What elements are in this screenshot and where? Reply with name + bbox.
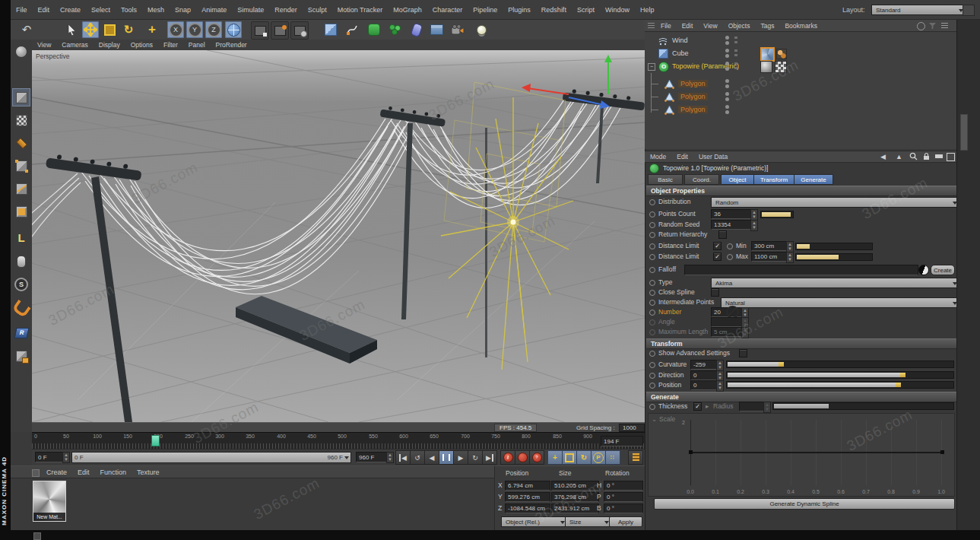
render-view-button[interactable] — [251, 21, 269, 40]
am-layout-icon[interactable] — [947, 153, 955, 161]
param-ring[interactable] — [649, 290, 655, 296]
position-slider[interactable] — [726, 381, 954, 389]
rotate-tool-button[interactable]: ↻ — [120, 21, 137, 38]
om-menu-objects[interactable]: Objects — [723, 22, 756, 30]
coord-z-size-field[interactable]: 2431.912 cm — [551, 503, 599, 513]
param-ring[interactable] — [727, 254, 733, 260]
polygons-mode-button[interactable] — [12, 202, 30, 221]
material-menu-texture[interactable]: Texture — [132, 469, 165, 476]
menu-mograph[interactable]: MoGraph — [388, 6, 427, 14]
coord-y-position-field[interactable]: 599.276 cm — [505, 492, 550, 502]
previous-frame-button[interactable]: ◀ — [424, 450, 439, 465]
visibility-dot-editor[interactable] — [725, 62, 729, 65]
scale-tool-button[interactable] — [101, 21, 118, 38]
param-ring[interactable] — [649, 280, 655, 286]
points-count-slider[interactable] — [760, 211, 794, 218]
timeline-options-button[interactable] — [628, 450, 643, 465]
visibility-dot-render[interactable] — [725, 84, 729, 88]
apply-button[interactable]: Apply — [609, 516, 642, 527]
tab-transform[interactable]: Transform — [753, 174, 794, 185]
object-row-wind[interactable]: Wind — [645, 34, 980, 46]
falloff-create-button[interactable]: Create — [931, 265, 955, 275]
am-film-icon[interactable] — [935, 153, 943, 160]
scale-graph-panel[interactable]: ⌄ Scale 2 0.0 0.1 0.2 0.3 0.4 0.5 0.6 0.… — [648, 413, 955, 497]
type-dropdown[interactable]: Akima — [711, 278, 962, 288]
add-subdivision-surface-button[interactable] — [366, 21, 382, 38]
menu-create[interactable]: Create — [55, 6, 86, 14]
param-ring[interactable] — [649, 254, 655, 260]
start-frame-stepper[interactable]: ▲▼ — [62, 452, 70, 463]
visibility-dot-editor[interactable] — [725, 105, 729, 109]
param-ring[interactable] — [649, 329, 655, 335]
distance-limit-max-checkbox[interactable]: ✓ — [713, 253, 722, 261]
phong-tag-icon[interactable] — [760, 61, 772, 73]
scale-spline-curve[interactable] — [690, 452, 943, 453]
key-position-toggle[interactable]: + — [547, 450, 563, 465]
model-mode-button[interactable] — [12, 88, 30, 106]
menu-mesh[interactable]: Mesh — [142, 6, 170, 14]
menu-plugins[interactable]: Plugins — [503, 6, 536, 14]
menu-render[interactable]: Render — [269, 6, 303, 14]
add-deformer-button[interactable] — [408, 21, 425, 38]
timeline-playhead[interactable] — [151, 435, 160, 446]
key-parameter-toggle[interactable]: P — [591, 450, 606, 465]
tab-basic[interactable]: Basic — [648, 174, 683, 185]
right-scroll-thumb[interactable] — [960, 114, 968, 151]
am-back-icon[interactable]: ◀ — [880, 153, 886, 160]
tab-generate[interactable]: Generate — [794, 174, 833, 185]
snap-settings-button[interactable]: S — [12, 275, 30, 294]
object-row-cube[interactable]: Cube — [645, 47, 980, 59]
lock-x-axis-button[interactable]: X — [167, 21, 184, 38]
material-menu-create[interactable]: Create — [41, 469, 72, 476]
current-frame-field[interactable]: 194 F — [601, 436, 643, 446]
generate-dynamic-spline-button[interactable]: Generate Dynamic Spline — [654, 498, 955, 510]
menu-window[interactable]: Window — [600, 6, 635, 14]
close-spline-checkbox[interactable] — [711, 288, 719, 297]
am-menu-userdata[interactable]: User Data — [693, 153, 733, 160]
undo-button[interactable]: ↶ — [18, 21, 35, 38]
layout-dropdown[interactable]: Standard — [871, 5, 968, 15]
material-swatch[interactable]: New Mat... — [33, 481, 65, 521]
param-ring[interactable] — [649, 267, 655, 273]
key-rotation-toggle[interactable]: ↻ — [576, 450, 591, 465]
param-ring[interactable] — [649, 211, 655, 218]
goto-end-button[interactable]: ▶ — [482, 450, 497, 465]
points-mode-button[interactable] — [12, 157, 30, 175]
visibility-dot-render[interactable] — [725, 110, 729, 114]
expand-toggle-icon[interactable]: − — [648, 63, 655, 71]
tab-coord[interactable]: Coord. — [684, 174, 719, 185]
pause-button[interactable] — [439, 450, 454, 465]
coord-h-rotation-field[interactable]: 0 ° — [604, 481, 643, 491]
graph-collapse-icon[interactable]: ⌄ — [652, 415, 657, 423]
material-menu-function[interactable]: Function — [95, 469, 132, 476]
curvature-slider[interactable] — [726, 361, 954, 368]
distance-max-slider[interactable] — [795, 253, 873, 261]
add-spline-button[interactable] — [344, 21, 360, 38]
points-count-field[interactable]: 36 — [711, 209, 755, 219]
om-menu-edit[interactable]: Edit — [677, 22, 699, 30]
menu-tools[interactable]: Tools — [116, 6, 142, 14]
viewport-menu-panel[interactable]: Panel — [183, 41, 211, 49]
coord-y-size-field[interactable]: 376.298 cm — [551, 492, 599, 502]
coord-p-rotation-field[interactable]: 0 ° — [604, 492, 643, 502]
add-environment-button[interactable] — [428, 21, 445, 38]
play-button[interactable]: ▶ — [453, 450, 468, 465]
param-ring[interactable] — [649, 243, 655, 249]
lock-z-axis-button[interactable]: Z — [205, 21, 222, 38]
spline-point-end[interactable] — [940, 450, 944, 454]
display-tag-icon[interactable] — [775, 61, 787, 73]
viewport-menu-prorender[interactable]: ProRender — [211, 41, 252, 49]
param-ring[interactable] — [649, 199, 655, 205]
key-pla-toggle[interactable]: ∷ — [605, 450, 620, 465]
edges-mode-button[interactable] — [12, 179, 30, 198]
viewport-tweak-button[interactable] — [12, 253, 30, 271]
add-mograph-button[interactable] — [386, 21, 403, 38]
move-tool-button[interactable] — [82, 21, 99, 38]
direction-slider[interactable] — [726, 371, 954, 379]
distance-max-field[interactable]: 1100 cm — [751, 252, 791, 262]
coord-mode-dropdown[interactable]: Object (Rel.) — [501, 516, 569, 527]
om-filter-icon[interactable] — [929, 23, 936, 29]
visibility-dot-editor[interactable] — [725, 49, 729, 52]
am-lock-icon[interactable] — [922, 152, 931, 160]
distance-min-slider[interactable] — [795, 243, 873, 250]
